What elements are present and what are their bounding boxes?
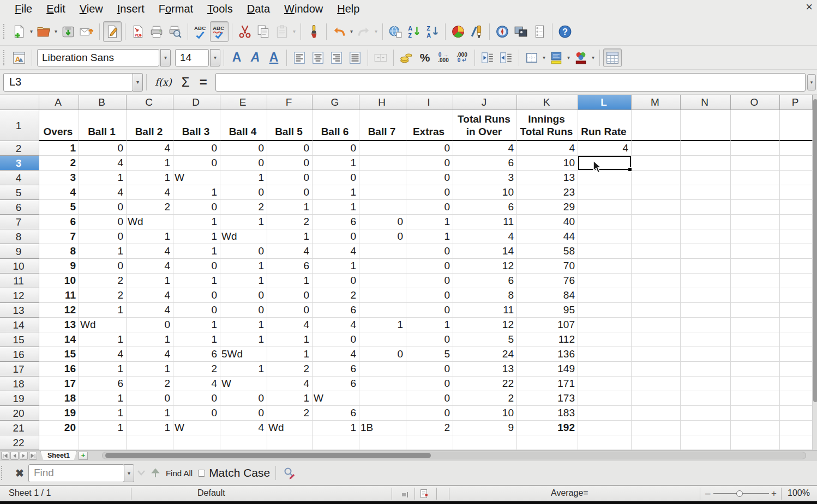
grid-cell-E22[interactable]	[220, 435, 267, 450]
grid-cell-C3[interactable]: 1	[127, 156, 173, 171]
column-header-E[interactable]: E	[220, 95, 267, 110]
horizontal-scrollbar[interactable]	[102, 452, 806, 459]
grid-cell-J12[interactable]: 8	[453, 288, 517, 303]
find-input[interactable]: Find	[28, 464, 124, 482]
previous-sheet-icon[interactable]	[10, 452, 19, 460]
grid-cell-D14[interactable]: 1	[173, 318, 220, 332]
grid-cell-E11[interactable]: 1	[220, 274, 267, 288]
grid-cell-N4[interactable]	[681, 171, 731, 185]
grid-cell-L6[interactable]	[578, 200, 632, 215]
toolbar-grip[interactable]	[3, 24, 8, 39]
zoom-out-icon[interactable]: –	[705, 488, 710, 499]
insert-chart-icon[interactable]	[449, 21, 467, 42]
find-previous-icon[interactable]	[148, 463, 163, 483]
grid-cell-N13[interactable]	[681, 303, 731, 318]
grid-cell-H12[interactable]	[359, 288, 406, 303]
styles-icon[interactable]: A	[10, 48, 28, 67]
grid-cell-I4[interactable]: 0	[406, 171, 453, 185]
grid-cell-N10[interactable]	[681, 259, 731, 274]
column-header-K[interactable]: K	[517, 95, 578, 110]
column-header-C[interactable]: C	[127, 95, 173, 110]
grid-cell-O1[interactable]	[731, 110, 780, 141]
close-find-bar-icon[interactable]: ✖	[15, 467, 24, 479]
grid-cell-D3[interactable]: 0	[173, 156, 220, 171]
grid-cell-C22[interactable]	[127, 435, 173, 450]
grid-cell-K22[interactable]	[517, 435, 578, 450]
menu-window[interactable]: Window	[277, 2, 330, 16]
grid-cell-E5[interactable]: 0	[220, 185, 267, 200]
grid-cell-E19[interactable]: 0	[220, 391, 267, 406]
grid-cell-G9[interactable]: 4	[313, 244, 359, 259]
grid-cell-L17[interactable]	[578, 362, 632, 377]
grid-cell-J11[interactable]: 6	[453, 274, 517, 288]
justify-icon[interactable]	[346, 48, 364, 67]
grid-cell-I5[interactable]: 0	[406, 185, 453, 200]
grid-cell-A7[interactable]: 6	[39, 215, 79, 229]
zoom-level[interactable]: 100%	[788, 488, 810, 498]
grid-cell-F13[interactable]: 0	[267, 303, 313, 318]
grid-cell-B7[interactable]: 0	[79, 215, 127, 229]
grid-cell-D4[interactable]: W	[173, 171, 220, 185]
grid-cell-K8[interactable]: 44	[517, 229, 578, 244]
grid-cell-L8[interactable]	[578, 229, 632, 244]
grid-cell-N14[interactable]	[681, 318, 731, 332]
grid-cell-P17[interactable]	[780, 362, 813, 377]
grid-cell-D15[interactable]: 1	[173, 332, 220, 347]
grid-cell-O13[interactable]	[731, 303, 780, 318]
grid-cell-A17[interactable]: 16	[39, 362, 79, 377]
row-header-13[interactable]: 13	[0, 303, 39, 318]
grid-cell-C18[interactable]: 2	[127, 377, 173, 391]
align-left-icon[interactable]	[290, 48, 309, 67]
grid-cell-A13[interactable]: 12	[39, 303, 79, 318]
grid-cell-C2[interactable]: 4	[127, 141, 173, 156]
grid-cell-G18[interactable]: 6	[313, 377, 359, 391]
input-line-expand-icon[interactable]: ▾	[807, 74, 816, 90]
grid-cell-J2[interactable]: 4	[453, 141, 517, 156]
grid-cell-E7[interactable]: 1	[220, 215, 267, 229]
grid-cell-J1[interactable]: Total Runs in Over	[453, 110, 517, 141]
grid-cell-F18[interactable]: 4	[267, 377, 313, 391]
grid-cell-C12[interactable]: 4	[127, 288, 173, 303]
grid-cell-G1[interactable]: Ball 6	[313, 110, 359, 141]
grid-cell-G11[interactable]: 0	[313, 274, 359, 288]
grid-cell-F6[interactable]: 1	[267, 200, 313, 215]
sum-icon[interactable]: Σ	[182, 75, 190, 90]
grid-cell-L14[interactable]	[578, 318, 632, 332]
grid-cell-D8[interactable]: 1	[173, 229, 220, 244]
insert-mode-icon[interactable]	[401, 490, 409, 500]
grid-cell-H8[interactable]: 0	[359, 229, 406, 244]
grid-cell-M12[interactable]	[632, 288, 681, 303]
grid-cell-L16[interactable]	[578, 347, 632, 362]
grid-cell-B13[interactable]: 1	[79, 303, 127, 318]
match-case-label[interactable]: Match Case	[209, 466, 270, 479]
name-box[interactable]: L3	[3, 73, 133, 92]
undo-dropdown-icon[interactable]: ▾	[349, 28, 355, 34]
grid-cell-D18[interactable]: 4	[173, 377, 220, 391]
grid-cell-A15[interactable]: 14	[39, 332, 79, 347]
grid-cell-H18[interactable]	[359, 377, 406, 391]
grid-cell-N20[interactable]	[681, 406, 731, 421]
grid-cell-B10[interactable]: 0	[79, 259, 127, 274]
grid-cell-J13[interactable]: 11	[453, 303, 517, 318]
grid-cell-A4[interactable]: 3	[39, 171, 79, 185]
grid-cell-H10[interactable]	[359, 259, 406, 274]
grid-cell-M11[interactable]	[632, 274, 681, 288]
column-header-I[interactable]: I	[406, 95, 453, 110]
grid-cell-N7[interactable]	[681, 215, 731, 229]
grid-cell-N22[interactable]	[681, 435, 731, 450]
grid-cell-I19[interactable]: 0	[406, 391, 453, 406]
grid-cell-J8[interactable]: 4	[453, 229, 517, 244]
document-modified-icon[interactable]	[420, 489, 428, 501]
grid-cell-K9[interactable]: 58	[517, 244, 578, 259]
grid-cell-O5[interactable]	[731, 185, 780, 200]
grid-cell-F5[interactable]: 0	[267, 185, 313, 200]
grid-cell-E15[interactable]: 1	[220, 332, 267, 347]
grid-cell-N8[interactable]	[681, 229, 731, 244]
grid-cell-O6[interactable]	[731, 200, 780, 215]
grid-cell-H15[interactable]	[359, 332, 406, 347]
grid-cell-M6[interactable]	[632, 200, 681, 215]
grid-cell-G17[interactable]: 6	[313, 362, 359, 377]
grid-cell-L4[interactable]	[578, 171, 632, 185]
grid-cell-G8[interactable]: 0	[313, 229, 359, 244]
grid-cell-I20[interactable]: 0	[406, 406, 453, 421]
